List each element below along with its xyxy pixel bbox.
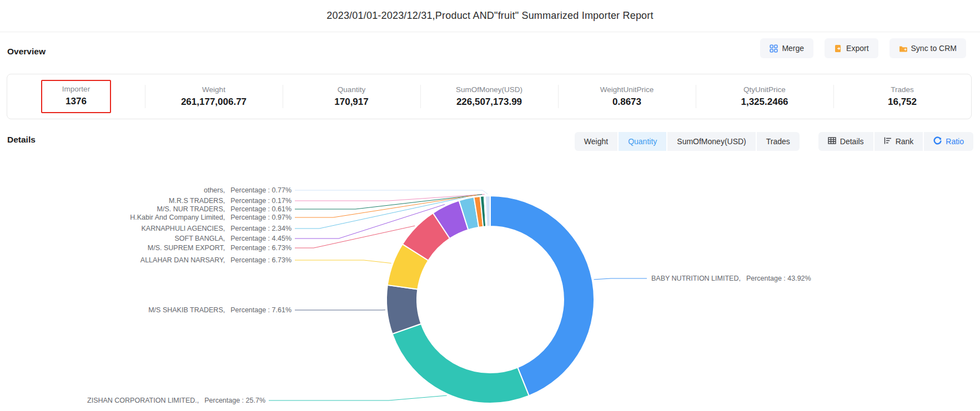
rank-icon: [884, 137, 892, 146]
view-switcher: Details Rank Ratio: [818, 132, 973, 151]
report-page: 2023/01/01-2023/12/31,Product AND"fruit"…: [0, 0, 980, 411]
label-line-m-s-suprem-export: [295, 226, 415, 248]
chart-label-karnaphuli-agencies: KARNAPHULI AGENCIES,Percentage : 2.34%: [141, 225, 292, 232]
donut-slice-baby-nutrition-limited[interactable]: [490, 196, 594, 396]
table-icon: [828, 137, 836, 146]
export-button[interactable]: Export: [825, 38, 878, 58]
chart-label-baby-nutrition-limited: BABY NUTRITION LIMITED,Percentage : 43.9…: [651, 275, 811, 282]
export-icon: [834, 44, 842, 53]
chart-label-soft-bangla: SOFT BANGLA,Percentage : 4.45%: [174, 235, 292, 242]
tab-trades[interactable]: Trades: [757, 132, 800, 151]
stat-trades: Trades 16,752: [833, 74, 971, 119]
chart-label-m-s-shakib-traders: M/S SHAKIB TRADERS,Percentage : 7.61%: [148, 306, 292, 314]
page-title: 2023/01/01-2023/12/31,Product AND"fruit"…: [0, 10, 980, 22]
tab-sum-of-money[interactable]: SumOfMoney(USD): [667, 132, 755, 151]
details-heading: Details: [7, 135, 36, 145]
importer-ratio-donut-chart: others,Percentage : 0.77%M.R.S TRADERS,P…: [0, 0, 980, 411]
chart-label-h-kabir-and-company-limited: H.Kabir And Company Limited,Percentage :…: [130, 214, 292, 221]
sync-to-crm-button[interactable]: Sync to CRM: [889, 38, 966, 58]
details-toolbar: Weight Quantity SumOfMoney(USD) Trades D…: [575, 132, 973, 151]
chart-label-m-r-s-traders: M.R.S TRADERS,Percentage : 0.17%: [169, 197, 292, 205]
stat-weight: Weight 261,177,006.77: [145, 74, 283, 119]
view-rank-button[interactable]: Rank: [875, 132, 923, 151]
label-line-m-r-s-traders: [295, 194, 485, 201]
overview-heading: Overview: [7, 47, 46, 57]
importer-highlight-box: Importer 1376: [41, 80, 111, 113]
donut-slice-others[interactable]: [485, 196, 490, 226]
stat-qty-unit-price: QtyUnitPrice 1,325.2466: [696, 74, 833, 119]
donut-slice-zishan-corporation-limited[interactable]: [393, 324, 529, 403]
overview-actions: Merge Export Sync to CRM: [760, 38, 966, 58]
chart-label-others: others,Percentage : 0.77%: [204, 186, 292, 194]
view-ratio-button[interactable]: Ratio: [924, 132, 973, 151]
label-line-others: [295, 190, 488, 194]
chart-label-m-s-nur-traders: M/S. NUR TRADERS,Percentage : 0.61%: [157, 205, 292, 213]
stat-weight-unit-price: WeightUnitPrice 0.8673: [558, 74, 696, 119]
stat-quantity: Quantity 170,917: [283, 74, 420, 119]
label-line-zishan-corporation-limited: [269, 395, 447, 400]
tab-quantity[interactable]: Quantity: [619, 132, 666, 151]
merge-button[interactable]: Merge: [760, 38, 813, 58]
measure-tabs: Weight Quantity SumOfMoney(USD) Trades: [575, 132, 800, 151]
chart-label-m-s-suprem-export: M/S. SUPREM EXPORT,Percentage : 6.73%: [148, 244, 292, 252]
stat-importer: Importer 1376: [7, 74, 145, 119]
overview-stats-card: Importer 1376 Weight 261,177,006.77 Quan…: [7, 74, 972, 119]
sync-crm-icon: [899, 44, 907, 53]
merge-icon: [770, 44, 778, 53]
stat-sum-of-money: SumOfMoney(USD) 226,507,173.99: [420, 74, 558, 119]
header-separator: [0, 32, 980, 32]
chart-label-allahar-dan-narsary: ALLAHAR DAN NARSARY,Percentage : 6.73%: [140, 256, 292, 264]
tab-weight[interactable]: Weight: [575, 132, 617, 151]
label-line-baby-nutrition-limited: [594, 278, 647, 280]
ratio-icon: [933, 136, 942, 146]
donut-chart-canvas: [0, 0, 980, 411]
view-details-button[interactable]: Details: [818, 132, 873, 151]
chart-label-zishan-corporation-limited: ZISHAN CORPORATION LIMITED.,Percentage :…: [87, 397, 265, 404]
label-line-allahar-dan-narsary: [295, 260, 391, 263]
